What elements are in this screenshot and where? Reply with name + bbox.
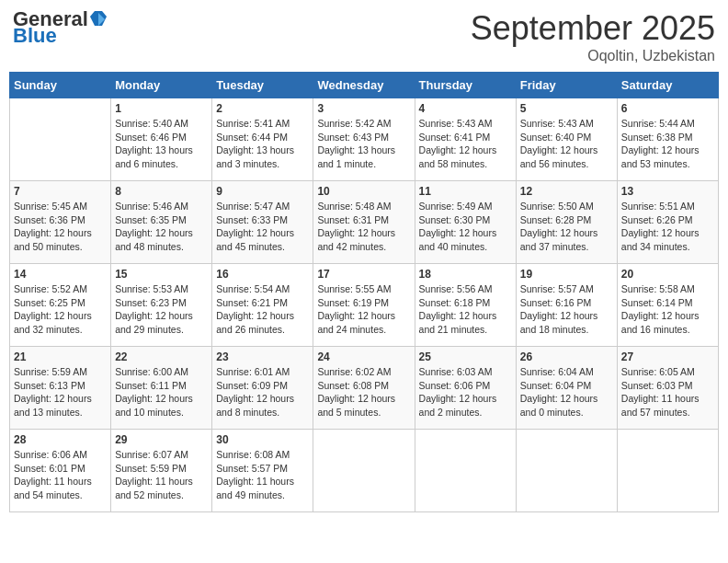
day-info: Sunrise: 5:57 AM Sunset: 6:16 PM Dayligh… xyxy=(520,282,613,337)
day-info: Sunrise: 6:02 AM Sunset: 6:08 PM Dayligh… xyxy=(317,365,410,419)
day-info: Sunrise: 5:46 AM Sunset: 6:35 PM Dayligh… xyxy=(115,200,208,254)
calendar-cell: 10Sunrise: 5:48 AM Sunset: 6:31 PM Dayli… xyxy=(313,181,415,264)
calendar-cell: 30Sunrise: 6:08 AM Sunset: 5:57 PM Dayli… xyxy=(212,430,313,512)
day-info: Sunrise: 5:58 AM Sunset: 6:14 PM Dayligh… xyxy=(621,282,714,337)
calendar-week-3: 14Sunrise: 5:52 AM Sunset: 6:25 PM Dayli… xyxy=(10,264,719,347)
day-number: 27 xyxy=(621,350,714,363)
day-info: Sunrise: 5:56 AM Sunset: 6:18 PM Dayligh… xyxy=(419,282,512,337)
calendar-cell: 26Sunrise: 6:04 AM Sunset: 6:04 PM Dayli… xyxy=(516,347,617,430)
day-info: Sunrise: 5:43 AM Sunset: 6:40 PM Dayligh… xyxy=(520,117,613,171)
calendar-cell: 15Sunrise: 5:53 AM Sunset: 6:23 PM Dayli… xyxy=(111,264,212,347)
col-header-saturday: Saturday xyxy=(617,73,718,98)
col-header-thursday: Thursday xyxy=(415,73,516,98)
day-number: 28 xyxy=(14,433,107,446)
day-number: 25 xyxy=(419,350,512,363)
calendar-cell: 28Sunrise: 6:06 AM Sunset: 6:01 PM Dayli… xyxy=(10,430,111,512)
day-info: Sunrise: 5:48 AM Sunset: 6:31 PM Dayligh… xyxy=(317,200,410,254)
day-info: Sunrise: 5:55 AM Sunset: 6:19 PM Dayligh… xyxy=(317,282,410,337)
day-info: Sunrise: 5:52 AM Sunset: 6:25 PM Dayligh… xyxy=(14,282,107,337)
logo-blue: Blue xyxy=(13,26,57,46)
calendar-cell: 22Sunrise: 6:00 AM Sunset: 6:11 PM Dayli… xyxy=(111,347,212,430)
day-number: 6 xyxy=(621,102,714,115)
calendar-cell: 18Sunrise: 5:56 AM Sunset: 6:18 PM Dayli… xyxy=(415,264,516,347)
calendar-table: SundayMondayTuesdayWednesdayThursdayFrid… xyxy=(9,72,719,512)
col-header-sunday: Sunday xyxy=(10,73,111,98)
day-info: Sunrise: 5:44 AM Sunset: 6:38 PM Dayligh… xyxy=(621,117,714,171)
day-number: 24 xyxy=(317,350,410,363)
calendar-cell: 9Sunrise: 5:47 AM Sunset: 6:33 PM Daylig… xyxy=(212,181,313,264)
day-info: Sunrise: 6:04 AM Sunset: 6:04 PM Dayligh… xyxy=(520,365,613,419)
calendar-cell: 2Sunrise: 5:41 AM Sunset: 6:44 PM Daylig… xyxy=(212,98,313,181)
calendar-cell: 13Sunrise: 5:51 AM Sunset: 6:26 PM Dayli… xyxy=(617,181,718,264)
day-info: Sunrise: 6:07 AM Sunset: 5:59 PM Dayligh… xyxy=(115,448,208,502)
day-info: Sunrise: 6:03 AM Sunset: 6:06 PM Dayligh… xyxy=(419,365,512,419)
day-number: 13 xyxy=(621,185,714,198)
calendar-cell xyxy=(10,98,111,181)
calendar-cell: 17Sunrise: 5:55 AM Sunset: 6:19 PM Dayli… xyxy=(313,264,415,347)
calendar-cell: 25Sunrise: 6:03 AM Sunset: 6:06 PM Dayli… xyxy=(415,347,516,430)
day-number: 11 xyxy=(419,185,512,198)
col-header-wednesday: Wednesday xyxy=(313,73,415,98)
calendar-cell: 27Sunrise: 6:05 AM Sunset: 6:03 PM Dayli… xyxy=(617,347,718,430)
day-info: Sunrise: 6:06 AM Sunset: 6:01 PM Dayligh… xyxy=(14,448,107,502)
calendar-week-4: 21Sunrise: 5:59 AM Sunset: 6:13 PM Dayli… xyxy=(10,347,719,430)
day-number: 30 xyxy=(216,433,309,446)
day-number: 15 xyxy=(115,268,208,281)
calendar-cell xyxy=(415,430,516,512)
day-number: 29 xyxy=(115,433,208,446)
page-header: General Blue September 2025 Oqoltin, Uzb… xyxy=(9,9,719,64)
day-info: Sunrise: 5:49 AM Sunset: 6:30 PM Dayligh… xyxy=(419,200,512,254)
calendar-week-5: 28Sunrise: 6:06 AM Sunset: 6:01 PM Dayli… xyxy=(10,430,719,512)
day-number: 26 xyxy=(520,350,613,363)
day-info: Sunrise: 5:43 AM Sunset: 6:41 PM Dayligh… xyxy=(419,117,512,171)
day-number: 20 xyxy=(621,268,714,281)
calendar-cell: 3Sunrise: 5:42 AM Sunset: 6:43 PM Daylig… xyxy=(313,98,415,181)
logo-triangle-icon xyxy=(90,11,107,28)
day-info: Sunrise: 6:05 AM Sunset: 6:03 PM Dayligh… xyxy=(621,365,714,419)
calendar-cell: 29Sunrise: 6:07 AM Sunset: 5:59 PM Dayli… xyxy=(111,430,212,512)
calendar-cell xyxy=(516,430,617,512)
day-number: 19 xyxy=(520,268,613,281)
col-header-tuesday: Tuesday xyxy=(212,73,313,98)
day-info: Sunrise: 5:59 AM Sunset: 6:13 PM Dayligh… xyxy=(14,365,107,419)
title-block: September 2025 Oqoltin, Uzbekistan xyxy=(471,9,715,64)
calendar-cell: 16Sunrise: 5:54 AM Sunset: 6:21 PM Dayli… xyxy=(212,264,313,347)
calendar-cell: 8Sunrise: 5:46 AM Sunset: 6:35 PM Daylig… xyxy=(111,181,212,264)
day-info: Sunrise: 5:50 AM Sunset: 6:28 PM Dayligh… xyxy=(520,200,613,254)
day-number: 14 xyxy=(14,268,107,281)
col-header-monday: Monday xyxy=(111,73,212,98)
day-info: Sunrise: 5:40 AM Sunset: 6:46 PM Dayligh… xyxy=(115,117,208,171)
day-number: 1 xyxy=(115,102,208,115)
day-info: Sunrise: 5:41 AM Sunset: 6:44 PM Dayligh… xyxy=(216,117,309,171)
calendar-cell xyxy=(313,430,415,512)
calendar-cell: 12Sunrise: 5:50 AM Sunset: 6:28 PM Dayli… xyxy=(516,181,617,264)
calendar-week-2: 7Sunrise: 5:45 AM Sunset: 6:36 PM Daylig… xyxy=(10,181,719,264)
calendar-cell: 21Sunrise: 5:59 AM Sunset: 6:13 PM Dayli… xyxy=(10,347,111,430)
calendar-cell: 20Sunrise: 5:58 AM Sunset: 6:14 PM Dayli… xyxy=(617,264,718,347)
col-header-friday: Friday xyxy=(516,73,617,98)
day-number: 18 xyxy=(419,268,512,281)
calendar-cell: 14Sunrise: 5:52 AM Sunset: 6:25 PM Dayli… xyxy=(10,264,111,347)
day-number: 4 xyxy=(419,102,512,115)
day-info: Sunrise: 5:47 AM Sunset: 6:33 PM Dayligh… xyxy=(216,200,309,254)
calendar-cell: 23Sunrise: 6:01 AM Sunset: 6:09 PM Dayli… xyxy=(212,347,313,430)
calendar-cell: 5Sunrise: 5:43 AM Sunset: 6:40 PM Daylig… xyxy=(516,98,617,181)
day-info: Sunrise: 6:08 AM Sunset: 5:57 PM Dayligh… xyxy=(216,448,309,502)
calendar-cell xyxy=(617,430,718,512)
day-info: Sunrise: 6:00 AM Sunset: 6:11 PM Dayligh… xyxy=(115,365,208,419)
day-number: 3 xyxy=(317,102,410,115)
day-info: Sunrise: 6:01 AM Sunset: 6:09 PM Dayligh… xyxy=(216,365,309,419)
day-number: 23 xyxy=(216,350,309,363)
day-info: Sunrise: 5:54 AM Sunset: 6:21 PM Dayligh… xyxy=(216,282,309,337)
day-number: 22 xyxy=(115,350,208,363)
calendar-cell: 1Sunrise: 5:40 AM Sunset: 6:46 PM Daylig… xyxy=(111,98,212,181)
day-info: Sunrise: 5:42 AM Sunset: 6:43 PM Dayligh… xyxy=(317,117,410,171)
logo: General Blue xyxy=(13,9,107,46)
day-info: Sunrise: 5:45 AM Sunset: 6:36 PM Dayligh… xyxy=(14,200,107,254)
calendar-cell: 7Sunrise: 5:45 AM Sunset: 6:36 PM Daylig… xyxy=(10,181,111,264)
day-number: 2 xyxy=(216,102,309,115)
calendar-cell: 6Sunrise: 5:44 AM Sunset: 6:38 PM Daylig… xyxy=(617,98,718,181)
calendar-cell: 4Sunrise: 5:43 AM Sunset: 6:41 PM Daylig… xyxy=(415,98,516,181)
month-title: September 2025 xyxy=(471,9,715,48)
day-info: Sunrise: 5:53 AM Sunset: 6:23 PM Dayligh… xyxy=(115,282,208,337)
